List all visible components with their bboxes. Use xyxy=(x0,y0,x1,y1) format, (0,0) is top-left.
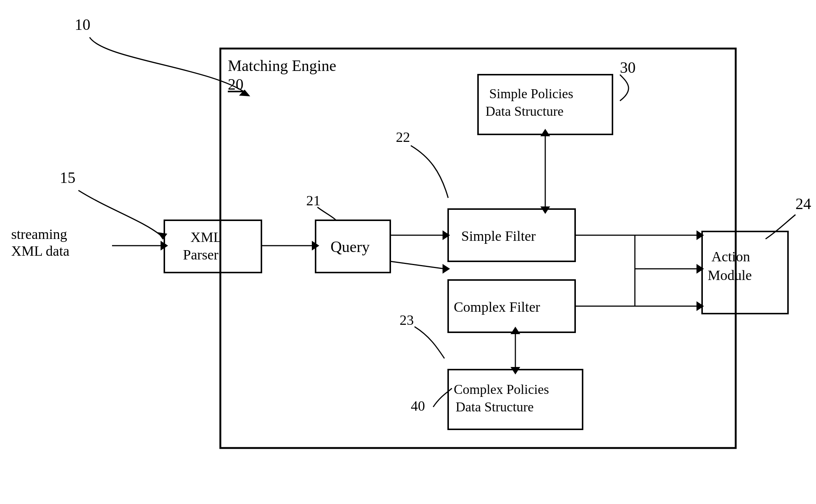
ref-21-arrow xyxy=(317,207,336,220)
simple-policies-up-arrowhead xyxy=(540,129,550,136)
complex-policies-up-arrowhead xyxy=(511,327,520,334)
diagram-container: 10 15 streaming XML data XML Parser Matc… xyxy=(0,0,816,504)
streaming-xml-text: streaming xyxy=(11,226,67,242)
action-module-text1: Action xyxy=(711,249,750,264)
query-to-complex-arrowhead xyxy=(443,264,450,274)
complex-policies-text1: Complex Policies xyxy=(454,382,549,397)
diagram-svg: 10 15 streaming XML data XML Parser Matc… xyxy=(0,0,816,504)
ref-23-label: 23 xyxy=(400,312,414,328)
ref-30-arrow xyxy=(620,75,629,101)
complex-policies-down-arrowhead xyxy=(511,367,520,374)
ref-23-arrow xyxy=(415,327,444,358)
simple-policies-text2: Data Structure xyxy=(485,104,564,119)
query-text: Query xyxy=(331,238,370,255)
ref-24-label: 24 xyxy=(795,195,811,212)
ref-15-label: 15 xyxy=(60,169,75,186)
ref-40-arrow xyxy=(433,388,452,407)
simple-policies-text1: Simple Policies xyxy=(489,86,573,101)
complex-policies-text2: Data Structure xyxy=(456,399,534,414)
matching-engine-label: Matching Engine xyxy=(228,57,336,74)
action-module-text2: Module xyxy=(708,267,752,283)
query-to-complex-arrow xyxy=(390,261,444,269)
ref-22-label: 22 xyxy=(396,129,410,145)
xml-parser-text2: Parser xyxy=(183,247,218,262)
ref-22-arrow xyxy=(411,146,448,198)
simple-policies-down-arrowhead xyxy=(540,206,550,214)
xml-parser-box xyxy=(164,220,261,273)
ref-15-arrowhead xyxy=(158,232,167,240)
complex-filter-text: Complex Filter xyxy=(454,299,540,315)
simple-filter-text: Simple Filter xyxy=(461,228,536,244)
ref-10-label: 10 xyxy=(75,16,90,33)
ref-40-label: 40 xyxy=(411,398,425,414)
ref-15-arrow xyxy=(78,190,161,235)
xml-parser-text1: XML xyxy=(190,229,222,245)
ref-10-arrow xyxy=(90,37,246,93)
xml-data-text: XML data xyxy=(11,243,69,259)
ref-21-label: 21 xyxy=(306,193,320,208)
ref-30-label: 30 xyxy=(620,59,636,76)
matching-engine-ref: 20 xyxy=(228,76,243,93)
ref-24-arrow xyxy=(766,215,795,239)
